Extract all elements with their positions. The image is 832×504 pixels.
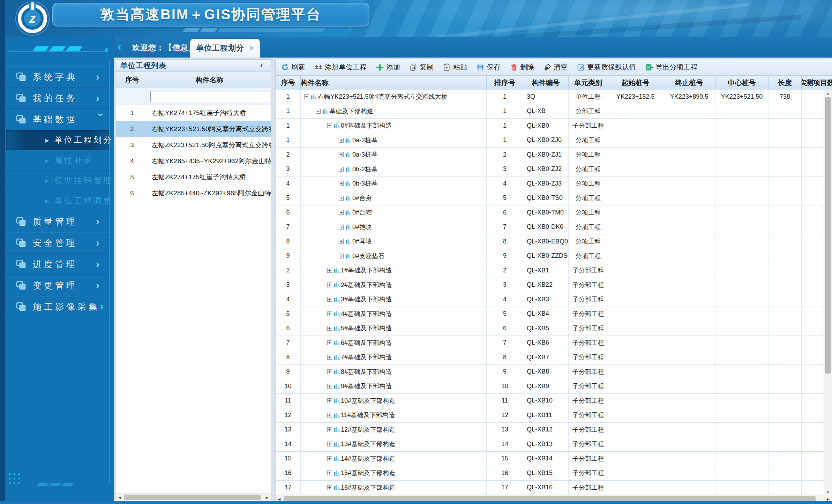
table-row[interactable]: 1右幅YK223+521.50阿克塞分离式立交跨线大桥13Q单位工程YK223+… bbox=[276, 90, 824, 104]
tab-close-icon[interactable]: × bbox=[249, 44, 254, 52]
table-row[interactable]: 1716#基础及下部构造17QL-XB16子分部工程 bbox=[276, 481, 824, 495]
save-button[interactable]: 保存 bbox=[477, 62, 501, 72]
list-item[interactable]: 3左幅ZK223+521.50阿克塞分离式立交跨线大桥 bbox=[116, 137, 271, 153]
tabs-back-icon[interactable]: ‹ bbox=[118, 41, 121, 52]
table-row[interactable]: 1211#基础及下部构造12QL-XB11子分部工程 bbox=[276, 408, 824, 423]
copy-button[interactable]: 复制 bbox=[410, 62, 434, 72]
expand-node-icon[interactable] bbox=[327, 471, 332, 475]
table-row[interactable]: 50#台身5QL-XB0-TS0分项工程 bbox=[276, 191, 824, 206]
table-row[interactable]: 20a-3桩基2QL-XB0-ZJ1分项工程 bbox=[276, 148, 824, 162]
row-length bbox=[769, 278, 802, 292]
expand-node-icon[interactable] bbox=[327, 311, 332, 316]
expand-node-icon[interactable] bbox=[339, 167, 344, 172]
table-row[interactable]: 10#基础及下部构造1QL-XB0子分部工程 bbox=[276, 119, 824, 133]
table-row[interactable]: 10a-2桩基1QL-XB0-ZJ0分项工程 bbox=[276, 133, 824, 148]
export-button[interactable]: 导出分项工程 bbox=[645, 62, 697, 72]
sidebar-subitem-5[interactable]: 模型挂码管理 bbox=[6, 171, 109, 191]
expand-node-icon[interactable] bbox=[339, 181, 344, 186]
sidebar-item-0[interactable]: 系统字典 bbox=[6, 66, 109, 88]
plus-button[interactable]: 添加 bbox=[376, 62, 400, 72]
expand-node-icon[interactable] bbox=[339, 254, 344, 258]
sidebar-item-11[interactable]: 施工影像采集 bbox=[6, 296, 109, 317]
list-item[interactable]: 6左幅ZK285+440~ZK292+965阿尔金山特长隧道 bbox=[116, 185, 271, 201]
expand-node-icon[interactable] bbox=[327, 283, 332, 287]
expand-node-icon[interactable] bbox=[327, 369, 332, 374]
table-row[interactable]: 76#基础及下部构造7QL-XB6子分部工程 bbox=[276, 336, 824, 351]
left-horizontal-scrollbar[interactable]: ◀ ▶ bbox=[116, 493, 271, 501]
delete-button[interactable]: 删除 bbox=[510, 62, 534, 72]
sidebar-item-2[interactable]: 基础数据 bbox=[6, 109, 109, 130]
left-name-filter-input[interactable] bbox=[150, 91, 270, 102]
expand-node-icon[interactable] bbox=[339, 225, 344, 230]
table-row[interactable]: 109#基础及下部构造10QL-XB9子分部工程 bbox=[276, 379, 824, 394]
sidebar-item-7[interactable]: 质量管理 bbox=[6, 211, 109, 232]
table-row[interactable]: 70#挡块7QL-XB0-DK0分项工程 bbox=[276, 220, 824, 235]
table-row[interactable]: 60#台帽6QL-XB0-TM0分项工程 bbox=[276, 205, 824, 220]
expand-node-icon[interactable] bbox=[327, 268, 332, 273]
table-row[interactable]: 87#基础及下部构造8QL-XB7子分部工程 bbox=[276, 350, 824, 365]
expand-node-icon[interactable] bbox=[327, 326, 332, 331]
scroll-down-icon[interactable]: ▼ bbox=[824, 489, 832, 496]
expand-node-icon[interactable] bbox=[327, 398, 332, 403]
sidebar-subitem-3[interactable]: 单位工程划分 bbox=[6, 130, 109, 150]
list-item[interactable]: 1右幅YK274+175红崖子沟特大桥 bbox=[116, 105, 271, 121]
table-row[interactable]: 40b-3桩基4QL-XB0-ZJ3分项工程 bbox=[276, 176, 824, 191]
expand-node-icon[interactable] bbox=[327, 297, 332, 302]
sidebar-collapse-icon[interactable]: ‹ bbox=[105, 43, 108, 55]
expand-node-icon[interactable] bbox=[327, 442, 332, 446]
sidebar-item-9[interactable]: 进度管理 bbox=[6, 254, 109, 275]
sidebar-subitem-6[interactable]: 单位工程调整 bbox=[6, 191, 109, 211]
collapse-node-icon[interactable] bbox=[304, 94, 309, 99]
table-row[interactable]: 32#基础及下部构造3QL-XB22子分部工程 bbox=[276, 278, 824, 293]
refresh-button[interactable]: 刷新 bbox=[281, 62, 305, 72]
expand-node-icon[interactable] bbox=[327, 485, 332, 490]
table-row[interactable]: 65#基础及下部构造6QL-XB5子分部工程 bbox=[276, 321, 824, 336]
update-button[interactable]: 更新质保默认值 bbox=[577, 62, 636, 72]
left-panel-collapse-icon[interactable]: ‹ bbox=[260, 61, 271, 70]
expand-node-icon[interactable] bbox=[327, 355, 332, 360]
expand-node-icon[interactable] bbox=[327, 340, 332, 345]
expand-node-icon[interactable] bbox=[327, 413, 332, 418]
table-row[interactable]: 80#耳墙8QL-XB0-EBQ0分项工程 bbox=[276, 234, 824, 249]
list-item[interactable]: 2右幅YK223+521.50阿克塞分离式立交跨线大桥 bbox=[116, 121, 271, 137]
scrollbar-thumb[interactable] bbox=[825, 97, 831, 374]
table-row[interactable]: 98#基础及下部构造9QL-XB8子分部工程 bbox=[276, 365, 824, 379]
sidebar-subitem-4[interactable]: 属性补录 bbox=[6, 150, 109, 171]
list-item[interactable]: 5左幅ZK274+175红崖子沟特大桥 bbox=[116, 169, 271, 185]
table-row[interactable]: 1413#基础及下部构造14QL-XB13子分部工程 bbox=[276, 437, 824, 452]
table-row[interactable]: 90#支座垫石9QL-XB0-ZZDS0分项工程 bbox=[276, 249, 824, 264]
scrollbar-thumb[interactable] bbox=[124, 495, 261, 500]
table-row[interactable]: 1基础及下部构造1QL-XB分部工程 bbox=[276, 104, 824, 119]
table-row[interactable]: 1615#基础及下部构造16QL-XB15子分部工程 bbox=[276, 466, 824, 481]
scroll-up-icon[interactable]: ▲ bbox=[824, 90, 832, 97]
table-row[interactable]: 30b-2桩基3QL-XB0-ZJ2分项工程 bbox=[276, 162, 824, 177]
table-row[interactable]: 43#基础及下部构造4QL-XB3子分部工程 bbox=[276, 292, 824, 307]
main-vertical-scrollbar[interactable]: ▲ ▼ bbox=[824, 90, 832, 496]
add-unit-icon bbox=[315, 63, 322, 71]
sidebar-item-1[interactable]: 我的任务 bbox=[6, 88, 109, 109]
sidebar-item-8[interactable]: 安全管理 bbox=[6, 232, 109, 254]
list-item[interactable]: 4右幅YK285+435~YK292+962阿尔金山特长隧道 bbox=[116, 153, 271, 169]
table-row[interactable]: 1514#基础及下部构造15QL-XB14子分部工程 bbox=[276, 452, 824, 466]
expand-node-icon[interactable] bbox=[339, 210, 344, 215]
collapse-node-icon[interactable] bbox=[316, 109, 321, 114]
sidebar-item-10[interactable]: 变更管理 bbox=[6, 275, 109, 296]
clear-button[interactable]: 清空 bbox=[544, 62, 568, 72]
table-row[interactable]: 54#基础及下部构造5QL-XB4子分部工程 bbox=[276, 307, 824, 322]
expand-node-icon[interactable] bbox=[327, 456, 332, 461]
expand-node-icon[interactable] bbox=[327, 427, 332, 432]
expand-node-icon[interactable] bbox=[327, 384, 332, 389]
tab-unit-project-division[interactable]: 单位工程划分 × bbox=[190, 39, 260, 58]
paste-button[interactable]: 粘贴 bbox=[443, 62, 467, 72]
table-row[interactable]: 1110#基础及下部构造11QL-XB10子分部工程 bbox=[276, 394, 824, 408]
expand-node-icon[interactable] bbox=[339, 196, 344, 201]
expand-node-icon[interactable] bbox=[339, 239, 344, 244]
expand-node-icon[interactable] bbox=[339, 138, 344, 143]
table-row[interactable]: 1312#基础及下部构造13QL-XB12子分部工程 bbox=[276, 423, 824, 437]
collapse-node-icon[interactable] bbox=[327, 123, 332, 128]
expand-node-icon[interactable] bbox=[339, 152, 344, 157]
add-unit-button[interactable]: 添加单位工程 bbox=[315, 62, 367, 72]
scroll-left-icon[interactable]: ◀ bbox=[116, 494, 123, 501]
scroll-right-icon[interactable]: ▶ bbox=[264, 494, 271, 501]
table-row[interactable]: 21#基础及下部构造2QL-XB1子分部工程 bbox=[276, 263, 824, 278]
